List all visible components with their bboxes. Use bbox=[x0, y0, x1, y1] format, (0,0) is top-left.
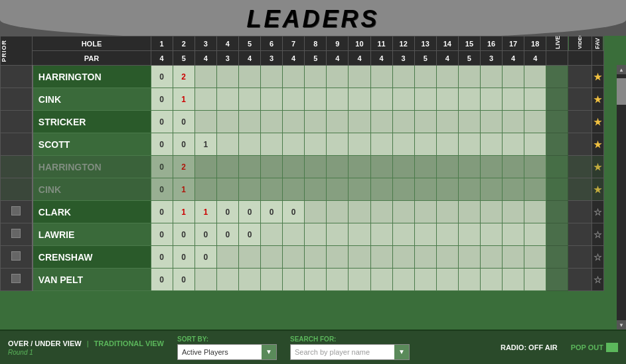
fav-cell[interactable]: ★ bbox=[591, 88, 603, 111]
scoreboard: PRIOR HOLE 1 2 3 4 5 6 7 8 9 10 11 12 13 bbox=[0, 36, 626, 330]
scroll-down-arrow[interactable]: ▼ bbox=[617, 320, 626, 330]
checkbox[interactable] bbox=[11, 251, 21, 261]
par-18: 4 bbox=[524, 51, 546, 66]
player-name: STRICKER bbox=[33, 111, 151, 133]
favorite-star[interactable]: ★ bbox=[593, 94, 602, 105]
search-dropdown-arrow[interactable]: ▼ bbox=[394, 345, 409, 359]
score-cell-15 bbox=[458, 223, 480, 246]
score-cell-18 bbox=[524, 201, 546, 223]
favorite-star[interactable]: ★ bbox=[593, 117, 602, 127]
scrollbar[interactable]: ▲ ▼ bbox=[617, 65, 626, 330]
score-cell-14 bbox=[436, 156, 458, 178]
fav-cell[interactable]: ★ bbox=[591, 156, 603, 178]
par-16: 3 bbox=[480, 51, 502, 66]
view-separator: | bbox=[87, 339, 89, 347]
checkbox-cell[interactable] bbox=[1, 223, 33, 246]
checkbox-cell bbox=[1, 111, 33, 133]
live-cell bbox=[546, 223, 568, 246]
table-row: SCOTT001★ bbox=[1, 133, 626, 156]
fav-cell[interactable]: ☆ bbox=[591, 201, 603, 223]
search-input-container[interactable]: Search by player name ▼ bbox=[290, 344, 410, 360]
score-cell-8 bbox=[305, 133, 327, 156]
fav-cell[interactable]: ☆ bbox=[591, 223, 603, 246]
table-row: CINK01★ bbox=[1, 88, 626, 111]
favorite-star[interactable]: ★ bbox=[593, 139, 602, 150]
score-cell-10 bbox=[349, 66, 370, 88]
score-cell-16 bbox=[480, 156, 502, 178]
checkbox[interactable] bbox=[11, 206, 21, 215]
score-cell-9 bbox=[327, 269, 349, 291]
score-cell-12 bbox=[392, 88, 414, 111]
fav-cell[interactable]: ☆ bbox=[591, 246, 603, 269]
score-cell-12 bbox=[392, 201, 414, 223]
player-name: SCOTT bbox=[33, 133, 151, 156]
sort-select[interactable]: Active Players ▼ bbox=[177, 344, 277, 360]
hole-header: HOLE bbox=[33, 36, 151, 51]
score-cell-6 bbox=[261, 156, 283, 178]
video-cell bbox=[568, 269, 592, 291]
sort-label: SORT BY: bbox=[177, 335, 277, 343]
score-cell-4 bbox=[216, 111, 238, 133]
par-header: PAR bbox=[33, 51, 151, 66]
hole-12: 12 bbox=[392, 36, 414, 51]
score-cell-11 bbox=[370, 269, 392, 291]
popout-button[interactable]: POP OUT bbox=[571, 343, 618, 352]
live-cell bbox=[546, 111, 568, 133]
round-label: Round 1 bbox=[8, 349, 164, 356]
score-cell-13 bbox=[414, 133, 436, 156]
favorite-star[interactable]: ★ bbox=[593, 72, 602, 82]
favorite-star[interactable]: ☆ bbox=[593, 274, 602, 285]
sort-value: Active Players bbox=[178, 348, 262, 356]
score-cell-18 bbox=[524, 66, 546, 88]
par-4: 3 bbox=[216, 51, 238, 66]
score-cell-16 bbox=[480, 223, 502, 246]
checkbox[interactable] bbox=[11, 274, 21, 283]
favorite-star[interactable]: ☆ bbox=[593, 207, 602, 217]
fav-cell[interactable]: ☆ bbox=[591, 269, 603, 291]
score-cell-11 bbox=[370, 223, 392, 246]
score-cell-7 bbox=[283, 66, 305, 88]
score-cell-9 bbox=[327, 111, 349, 133]
scroll-up-arrow[interactable]: ▲ bbox=[617, 65, 626, 74]
hole-14: 14 bbox=[436, 36, 458, 51]
par-5: 4 bbox=[238, 51, 260, 66]
favorite-star[interactable]: ☆ bbox=[593, 229, 602, 240]
score-cell-7 bbox=[283, 269, 305, 291]
score-cell-15 bbox=[458, 178, 480, 201]
footer-sort: SORT BY: Active Players ▼ bbox=[177, 335, 277, 360]
fav-cell[interactable]: ★ bbox=[591, 178, 603, 201]
player-name: VAN PELT bbox=[33, 269, 151, 291]
par-header-row: PAR 4 5 4 3 4 3 4 5 4 4 4 3 5 4 5 3 bbox=[1, 51, 626, 66]
score-cell-5 bbox=[238, 133, 260, 156]
score-cell-8 bbox=[305, 201, 327, 223]
score-cell-5 bbox=[238, 111, 260, 133]
score-cell-14 bbox=[436, 269, 458, 291]
hole-16: 16 bbox=[480, 36, 502, 51]
score-cell-13 bbox=[414, 201, 436, 223]
checkbox-cell[interactable] bbox=[1, 269, 33, 291]
fav-cell[interactable]: ★ bbox=[591, 111, 603, 133]
score-cell-18 bbox=[524, 246, 546, 269]
fav-cell[interactable]: ★ bbox=[591, 66, 603, 88]
score-cell-6 bbox=[261, 88, 283, 111]
score-cell-2: 0 bbox=[173, 246, 195, 269]
sort-dropdown-arrow[interactable]: ▼ bbox=[262, 345, 276, 359]
hole-9: 9 bbox=[327, 36, 349, 51]
favorite-star[interactable]: ☆ bbox=[593, 252, 602, 263]
scrollbar-thumb[interactable] bbox=[617, 78, 626, 105]
par-11: 4 bbox=[370, 51, 392, 66]
player-name: HARRINGTON bbox=[33, 156, 151, 178]
video-cell bbox=[568, 201, 592, 223]
score-cell-4 bbox=[216, 156, 238, 178]
favorite-star[interactable]: ★ bbox=[593, 162, 602, 172]
traditional-view-link[interactable]: TRADITIONAL VIEW bbox=[94, 339, 164, 347]
fav-cell[interactable]: ★ bbox=[591, 133, 603, 156]
checkbox-cell[interactable] bbox=[1, 201, 33, 223]
checkbox-cell[interactable] bbox=[1, 246, 33, 269]
hole-4: 4 bbox=[216, 36, 238, 51]
score-cell-16 bbox=[480, 88, 502, 111]
score-cell-5 bbox=[238, 269, 260, 291]
over-under-view-link[interactable]: OVER / UNDER VIEW bbox=[8, 339, 82, 347]
favorite-star[interactable]: ★ bbox=[593, 184, 602, 195]
checkbox[interactable] bbox=[11, 229, 21, 238]
